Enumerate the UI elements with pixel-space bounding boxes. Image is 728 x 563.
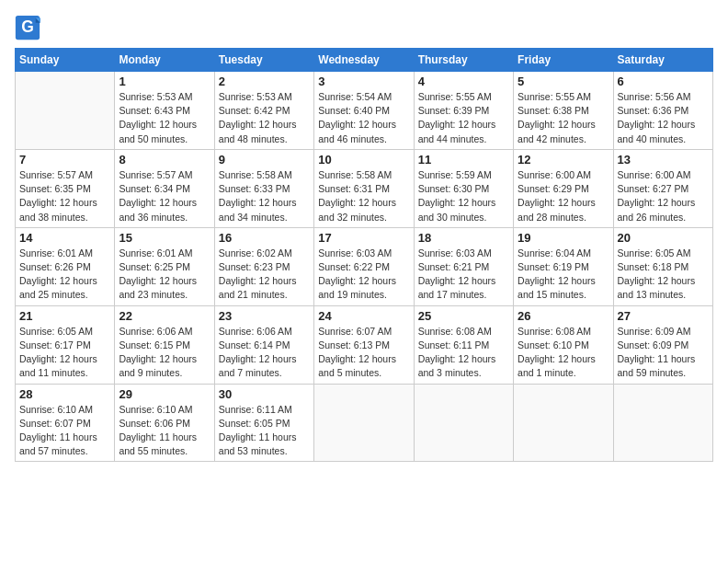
day-info: Sunrise: 6:00 AMSunset: 6:27 PMDaylight:… — [618, 168, 709, 224]
day-info: Sunrise: 6:09 AMSunset: 6:09 PMDaylight:… — [618, 325, 709, 381]
calendar-cell: 27Sunrise: 6:09 AMSunset: 6:09 PMDayligh… — [613, 305, 712, 384]
day-number: 12 — [518, 153, 609, 167]
day-number: 26 — [518, 309, 609, 323]
calendar-cell — [16, 72, 115, 150]
day-number: 23 — [219, 309, 310, 323]
day-info: Sunrise: 5:57 AMSunset: 6:34 PMDaylight:… — [119, 168, 210, 224]
calendar-cell — [613, 384, 712, 462]
calendar-cell: 20Sunrise: 6:05 AMSunset: 6:18 PMDayligh… — [613, 227, 712, 305]
day-info: Sunrise: 6:03 AMSunset: 6:21 PMDaylight:… — [418, 247, 509, 303]
calendar-cell: 6Sunrise: 5:56 AMSunset: 6:36 PMDaylight… — [613, 72, 712, 150]
day-info: Sunrise: 5:55 AMSunset: 6:39 PMDaylight:… — [418, 90, 509, 146]
day-number: 16 — [219, 231, 310, 245]
calendar-cell: 11Sunrise: 5:59 AMSunset: 6:30 PMDayligh… — [414, 149, 513, 227]
day-info: Sunrise: 5:53 AMSunset: 6:43 PMDaylight:… — [119, 90, 210, 146]
calendar-cell: 8Sunrise: 5:57 AMSunset: 6:34 PMDaylight… — [115, 149, 214, 227]
day-number: 13 — [618, 153, 709, 167]
day-info: Sunrise: 6:08 AMSunset: 6:11 PMDaylight:… — [418, 325, 509, 381]
calendar-cell: 16Sunrise: 6:02 AMSunset: 6:23 PMDayligh… — [214, 227, 313, 305]
day-info: Sunrise: 5:53 AMSunset: 6:42 PMDaylight:… — [219, 90, 310, 146]
day-info: Sunrise: 6:06 AMSunset: 6:15 PMDaylight:… — [119, 325, 210, 381]
day-info: Sunrise: 6:07 AMSunset: 6:13 PMDaylight:… — [318, 325, 409, 381]
calendar-cell: 24Sunrise: 6:07 AMSunset: 6:13 PMDayligh… — [314, 305, 414, 384]
day-info: Sunrise: 6:06 AMSunset: 6:14 PMDaylight:… — [219, 325, 310, 381]
calendar-cell: 7Sunrise: 5:57 AMSunset: 6:35 PMDaylight… — [16, 149, 115, 227]
calendar-cell: 21Sunrise: 6:05 AMSunset: 6:17 PMDayligh… — [16, 305, 115, 384]
calendar-cell: 2Sunrise: 5:53 AMSunset: 6:42 PMDaylight… — [214, 72, 313, 150]
day-info: Sunrise: 6:01 AMSunset: 6:26 PMDaylight:… — [19, 247, 110, 303]
weekday-header-thursday: Thursday — [414, 49, 513, 72]
day-number: 28 — [19, 387, 110, 401]
svg-text:G: G — [21, 17, 34, 36]
day-number: 11 — [418, 153, 509, 167]
calendar-cell: 3Sunrise: 5:54 AMSunset: 6:40 PMDaylight… — [314, 72, 414, 150]
calendar-cell: 17Sunrise: 6:03 AMSunset: 6:22 PMDayligh… — [314, 227, 414, 305]
calendar-cell: 25Sunrise: 6:08 AMSunset: 6:11 PMDayligh… — [414, 305, 513, 384]
day-info: Sunrise: 6:00 AMSunset: 6:29 PMDaylight:… — [518, 168, 609, 224]
calendar-cell: 22Sunrise: 6:06 AMSunset: 6:15 PMDayligh… — [115, 305, 214, 384]
day-info: Sunrise: 6:10 AMSunset: 6:07 PMDaylight:… — [19, 403, 110, 459]
calendar-cell: 12Sunrise: 6:00 AMSunset: 6:29 PMDayligh… — [514, 149, 613, 227]
day-number: 9 — [219, 153, 310, 167]
day-number: 14 — [19, 231, 110, 245]
day-number: 2 — [219, 75, 310, 88]
day-number: 3 — [318, 75, 409, 88]
weekday-header-monday: Monday — [115, 49, 214, 72]
calendar-cell: 15Sunrise: 6:01 AMSunset: 6:25 PMDayligh… — [115, 227, 214, 305]
calendar-cell: 14Sunrise: 6:01 AMSunset: 6:26 PMDayligh… — [16, 227, 115, 305]
calendar-cell: 18Sunrise: 6:03 AMSunset: 6:21 PMDayligh… — [414, 227, 513, 305]
day-info: Sunrise: 5:56 AMSunset: 6:36 PMDaylight:… — [618, 90, 709, 146]
day-info: Sunrise: 6:02 AMSunset: 6:23 PMDaylight:… — [219, 247, 310, 303]
calendar-cell: 19Sunrise: 6:04 AMSunset: 6:19 PMDayligh… — [514, 227, 613, 305]
day-number: 27 — [618, 309, 709, 323]
day-info: Sunrise: 6:01 AMSunset: 6:25 PMDaylight:… — [119, 247, 210, 303]
calendar-cell: 26Sunrise: 6:08 AMSunset: 6:10 PMDayligh… — [514, 305, 613, 384]
logo-icon: G — [15, 15, 40, 40]
weekday-header-friday: Friday — [514, 49, 613, 72]
day-info: Sunrise: 6:04 AMSunset: 6:19 PMDaylight:… — [518, 247, 609, 303]
calendar-cell — [514, 384, 613, 462]
weekday-header-wednesday: Wednesday — [314, 49, 414, 72]
calendar-cell: 29Sunrise: 6:10 AMSunset: 6:06 PMDayligh… — [115, 384, 214, 462]
day-info: Sunrise: 5:58 AMSunset: 6:31 PMDaylight:… — [318, 168, 409, 224]
day-number: 5 — [518, 75, 609, 88]
day-number: 4 — [418, 75, 509, 88]
day-info: Sunrise: 6:11 AMSunset: 6:05 PMDaylight:… — [219, 403, 310, 459]
day-number: 17 — [318, 231, 409, 245]
calendar-cell: 9Sunrise: 5:58 AMSunset: 6:33 PMDaylight… — [214, 149, 313, 227]
calendar-cell — [414, 384, 513, 462]
day-number: 6 — [618, 75, 709, 88]
day-info: Sunrise: 5:54 AMSunset: 6:40 PMDaylight:… — [318, 90, 409, 146]
weekday-header-sunday: Sunday — [16, 49, 115, 72]
day-number: 19 — [518, 231, 609, 245]
day-info: Sunrise: 6:05 AMSunset: 6:17 PMDaylight:… — [19, 325, 110, 381]
day-info: Sunrise: 5:55 AMSunset: 6:38 PMDaylight:… — [518, 90, 609, 146]
calendar-cell: 10Sunrise: 5:58 AMSunset: 6:31 PMDayligh… — [314, 149, 414, 227]
weekday-header-tuesday: Tuesday — [214, 49, 313, 72]
logo: G — [15, 15, 44, 40]
calendar-cell: 5Sunrise: 5:55 AMSunset: 6:38 PMDaylight… — [514, 72, 613, 150]
weekday-header-saturday: Saturday — [613, 49, 712, 72]
calendar-cell: 4Sunrise: 5:55 AMSunset: 6:39 PMDaylight… — [414, 72, 513, 150]
day-number: 29 — [119, 387, 210, 401]
day-info: Sunrise: 5:58 AMSunset: 6:33 PMDaylight:… — [219, 168, 310, 224]
calendar-cell: 1Sunrise: 5:53 AMSunset: 6:43 PMDaylight… — [115, 72, 214, 150]
day-number: 15 — [119, 231, 210, 245]
day-info: Sunrise: 5:59 AMSunset: 6:30 PMDaylight:… — [418, 168, 509, 224]
calendar: SundayMondayTuesdayWednesdayThursdayFrid… — [15, 48, 713, 462]
day-info: Sunrise: 6:08 AMSunset: 6:10 PMDaylight:… — [518, 325, 609, 381]
day-number: 21 — [19, 309, 110, 323]
calendar-cell: 13Sunrise: 6:00 AMSunset: 6:27 PMDayligh… — [613, 149, 712, 227]
day-number: 22 — [119, 309, 210, 323]
day-number: 10 — [318, 153, 409, 167]
day-number: 7 — [19, 153, 110, 167]
calendar-cell — [314, 384, 414, 462]
day-number: 8 — [119, 153, 210, 167]
day-info: Sunrise: 6:10 AMSunset: 6:06 PMDaylight:… — [119, 403, 210, 459]
day-number: 24 — [318, 309, 409, 323]
calendar-cell: 30Sunrise: 6:11 AMSunset: 6:05 PMDayligh… — [214, 384, 313, 462]
day-number: 30 — [219, 387, 310, 401]
day-info: Sunrise: 5:57 AMSunset: 6:35 PMDaylight:… — [19, 168, 110, 224]
day-number: 18 — [418, 231, 509, 245]
day-info: Sunrise: 6:03 AMSunset: 6:22 PMDaylight:… — [318, 247, 409, 303]
